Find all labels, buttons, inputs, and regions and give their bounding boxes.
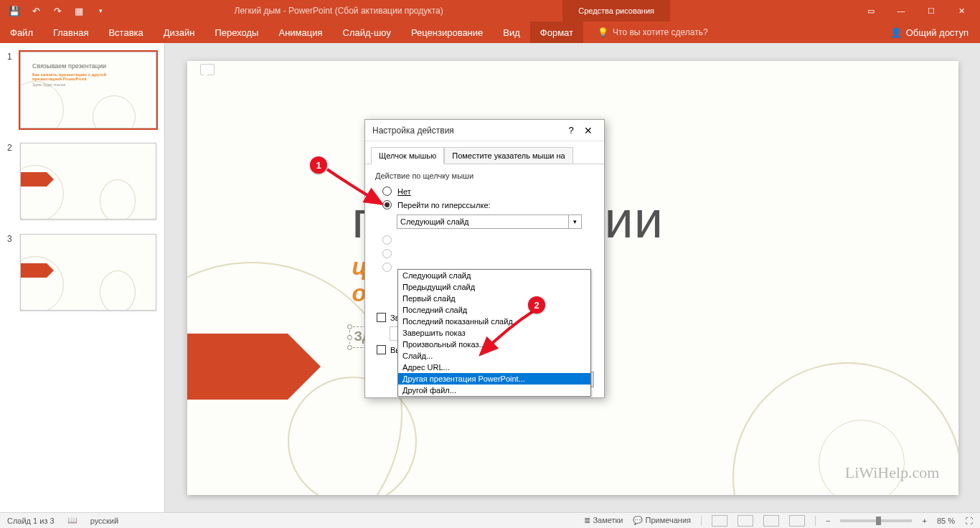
dropdown-item[interactable]: Адрес URL... <box>398 362 590 373</box>
thumbnail-3[interactable]: 3 <box>0 230 164 321</box>
annotation-arrow-2 <box>472 306 544 363</box>
minimize-icon[interactable]: — <box>887 0 915 22</box>
dialog-tabs: Щелчок мышью Поместите указатель мыши на <box>365 141 604 164</box>
thumb-title: Связываем презентации <box>32 62 106 70</box>
tell-me-search[interactable]: 💡 Что вы хотите сделать? <box>583 22 879 43</box>
thumbnail-1[interactable]: 1 Связываем презентации Как связать през… <box>0 47 164 138</box>
notes-button[interactable]: ≣ Заметки <box>584 516 623 525</box>
dropdown-item-selected[interactable]: Другая презентация PowerPoint... <box>398 373 590 385</box>
resize-handle[interactable] <box>347 324 352 329</box>
action-group-label: Действие по щелчку мыши <box>375 171 594 180</box>
normal-view-icon[interactable] <box>712 515 727 527</box>
reading-view-icon[interactable] <box>763 515 779 527</box>
thumb-number: 1 <box>7 52 16 128</box>
tab-file[interactable]: Файл <box>0 22 43 43</box>
annotation-badge-1: 1 <box>310 156 327 174</box>
radio-none[interactable]: Нет <box>375 184 594 198</box>
thumb-preview[interactable]: Связываем презентации Как связать презен… <box>20 52 156 128</box>
lightbulb-icon: 💡 <box>598 27 608 37</box>
quick-access-toolbar: 💾 ↶ ↷ ▦ ▾ <box>0 5 115 16</box>
contextual-tab-title: Средства рисования <box>562 0 670 22</box>
sorter-view-icon[interactable] <box>738 515 753 527</box>
save-icon[interactable]: 💾 <box>9 5 20 16</box>
annotation-badge-2: 2 <box>528 296 545 314</box>
radio-icon[interactable] <box>382 235 392 245</box>
window-controls: ▭ — ☐ ✕ <box>857 0 980 22</box>
tab-insert[interactable]: Вставка <box>98 22 153 43</box>
radio-hyperlink-label: Перейти по гиперссылке: <box>397 201 491 209</box>
ribbon-options-icon[interactable]: ▭ <box>857 0 885 22</box>
tab-slideshow[interactable]: Слайд-шоу <box>333 22 401 43</box>
dropdown-item[interactable]: Следующий слайд <box>398 270 590 281</box>
tab-transitions[interactable]: Переходы <box>204 22 268 43</box>
tab-animation[interactable]: Анимация <box>268 22 332 43</box>
dropdown-item[interactable]: Предыдущий слайд <box>398 281 590 293</box>
thumb-subtitle: Как связать презентацию с другой презент… <box>32 72 133 81</box>
comments-button[interactable]: 💬 Примечания <box>633 516 691 525</box>
tell-me-placeholder: Что вы хотите сделать? <box>613 27 708 37</box>
dropdown-item[interactable]: Другой файл... <box>398 385 590 396</box>
radio-run-program[interactable] <box>375 233 594 247</box>
title-bar: 💾 ↶ ↷ ▦ ▾ Легкий дым - PowerPoint (Сбой … <box>0 0 980 22</box>
hyperlink-combo[interactable]: Следующий слайд ▾ <box>397 214 582 229</box>
separator <box>701 516 702 526</box>
spellcheck-icon[interactable]: 📖 <box>67 516 77 525</box>
dialog-tab-hover[interactable]: Поместите указатель мыши на <box>444 147 573 164</box>
zoom-in-icon[interactable]: + <box>922 517 926 525</box>
dropdown-item[interactable]: Первый слайд <box>398 293 590 304</box>
tab-review[interactable]: Рецензирование <box>401 22 493 43</box>
checkbox-icon[interactable] <box>377 313 386 322</box>
maximize-icon[interactable]: ☐ <box>917 0 946 22</box>
separator <box>815 516 816 526</box>
dialog-title: Настройка действия <box>372 126 562 136</box>
comment-indicator-icon[interactable] <box>200 64 215 75</box>
dialog-tab-click[interactable]: Щелчок мышью <box>371 147 444 164</box>
slide-thumbnails-panel[interactable]: 1 Связываем презентации Как связать през… <box>0 43 165 512</box>
start-from-beginning-icon[interactable]: ▦ <box>73 5 85 16</box>
radio-icon[interactable] <box>382 249 392 258</box>
watermark: LiWiHelp.com <box>845 463 940 482</box>
dialog-help-icon[interactable]: ? <box>562 125 580 136</box>
resize-handle[interactable] <box>347 345 352 350</box>
slideshow-view-icon[interactable] <box>789 515 805 527</box>
slide-counter[interactable]: Слайд 1 из 3 <box>7 517 55 525</box>
qat-dropdown-icon[interactable]: ▾ <box>95 5 106 16</box>
zoom-slider[interactable] <box>840 519 912 522</box>
thumb-number: 2 <box>7 143 16 220</box>
dialog-close-icon[interactable]: ✕ <box>580 125 597 136</box>
radio-hyperlink[interactable]: Перейти по гиперссылке: <box>375 198 594 212</box>
redo-icon[interactable]: ↷ <box>52 5 63 16</box>
close-icon[interactable]: ✕ <box>947 0 976 22</box>
thumb-preview[interactable] <box>20 234 156 311</box>
tab-design[interactable]: Дизайн <box>154 22 205 43</box>
language-indicator[interactable]: русский <box>90 517 118 525</box>
tab-format[interactable]: Формат <box>530 22 583 43</box>
resize-handle[interactable] <box>347 335 352 340</box>
thumb-number: 3 <box>7 234 16 311</box>
radio-none-label: Нет <box>397 187 411 196</box>
thumb-preview[interactable] <box>20 143 156 220</box>
annotation-arrow-1 <box>321 164 393 214</box>
thumbnail-2[interactable]: 2 <box>0 138 164 230</box>
share-icon: 👤 <box>890 27 902 38</box>
fit-to-window-icon[interactable]: ⛶ <box>965 517 973 525</box>
checkbox-icon[interactable] <box>377 345 386 354</box>
undo-icon[interactable]: ↶ <box>30 5 42 16</box>
arrow-shape <box>187 334 288 400</box>
zoom-out-icon[interactable]: − <box>826 517 830 525</box>
ribbon-tabs: Файл Главная Вставка Дизайн Переходы Ани… <box>0 22 980 43</box>
radio-icon[interactable] <box>382 263 392 272</box>
window-title: Легкий дым - PowerPoint (Сбой активации … <box>115 6 562 16</box>
tab-view[interactable]: Вид <box>493 22 530 43</box>
share-button[interactable]: 👤 Общий доступ <box>879 22 980 43</box>
combo-value: Следующий слайд <box>400 217 468 226</box>
chevron-down-icon[interactable]: ▾ <box>568 215 581 228</box>
dialog-titlebar[interactable]: Настройка действия ? ✕ <box>365 120 604 141</box>
tab-home[interactable]: Главная <box>43 22 98 43</box>
status-bar: Слайд 1 из 3 📖 русский ≣ Заметки 💬 Приме… <box>0 512 980 528</box>
radio-run-macro[interactable] <box>375 247 594 260</box>
share-label: Общий доступ <box>906 27 969 38</box>
zoom-level[interactable]: 85 % <box>937 517 955 525</box>
